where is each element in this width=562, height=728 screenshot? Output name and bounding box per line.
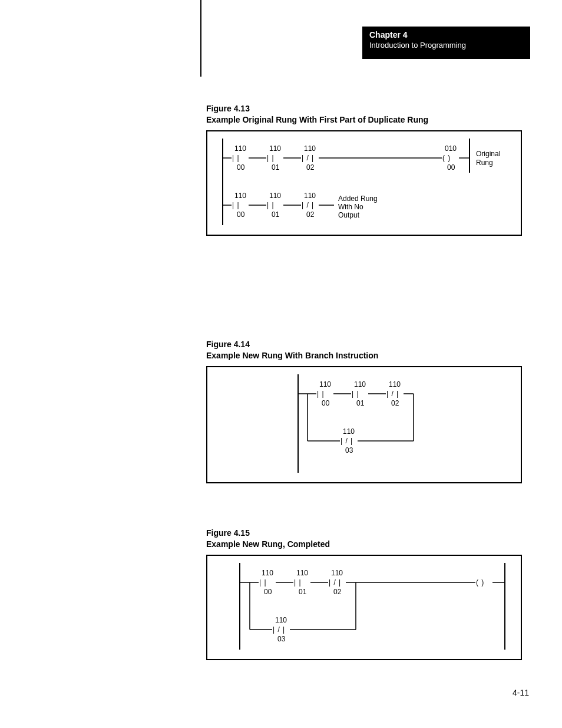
figure-caption: Example New Rung, Completed	[206, 539, 330, 549]
svg-text:|   |: | |	[317, 390, 325, 398]
svg-text:02: 02	[306, 210, 315, 219]
svg-text:| / |: | / |	[386, 390, 399, 398]
svg-text:110: 110	[304, 192, 316, 200]
svg-text:| / |: | / |	[340, 437, 353, 445]
page-number: 4-11	[513, 688, 529, 697]
svg-text:| / |: | / |	[273, 625, 285, 634]
svg-text:110: 110	[331, 569, 343, 577]
figure-box: | | 110 00 | | 110 01 | / | 110 02 ( ) 0…	[206, 130, 522, 236]
svg-text:110: 110	[389, 380, 401, 388]
svg-text:00: 00	[264, 588, 272, 596]
svg-text:01: 01	[272, 210, 280, 219]
figure-caption: Example Original Rung With First Part of…	[206, 115, 428, 124]
svg-text:Original: Original	[476, 150, 500, 158]
svg-text:| / |: | / |	[302, 154, 314, 162]
svg-text:110: 110	[262, 569, 273, 577]
chapter-label: Chapter 4	[369, 30, 523, 39]
svg-text:Output: Output	[338, 211, 360, 219]
svg-text:| / |: | / |	[302, 201, 314, 209]
svg-text:02: 02	[391, 399, 399, 407]
chapter-title: Introduction to Programming	[369, 41, 523, 50]
svg-text:|   |: | |	[294, 578, 302, 587]
svg-text:02: 02	[306, 163, 315, 172]
svg-text:110: 110	[234, 144, 246, 153]
svg-text:00: 00	[237, 163, 245, 172]
svg-text:110: 110	[234, 192, 246, 200]
svg-text:110: 110	[319, 380, 331, 388]
svg-text:01: 01	[356, 399, 365, 407]
figure-number: Figure 4.14	[206, 340, 250, 349]
svg-text:110: 110	[269, 144, 281, 153]
gutter-rule	[200, 0, 201, 77]
svg-text:03: 03	[277, 635, 286, 643]
ladder-diagram: | | 110 00 | | 110 01 | / | 110 02 ( ) 0…	[207, 131, 521, 232]
svg-text:00: 00	[322, 399, 330, 407]
svg-text:00: 00	[447, 163, 455, 172]
ladder-diagram: | | 110 00 | | 110 01 | / | 110 02 ( ) |…	[207, 556, 521, 657]
figure-number: Figure 4.13	[206, 104, 250, 113]
chapter-header: Chapter 4 Introduction to Programming	[362, 27, 530, 59]
figure-box: | | 110 00 | | 110 01 | / | 110 02 ( ) |…	[206, 555, 522, 660]
figure-4-13: Figure 4.13 Example Original Rung With F…	[206, 103, 522, 236]
svg-text:|   |: | |	[352, 390, 359, 398]
svg-text:|   |: | |	[267, 201, 275, 209]
svg-text:With No: With No	[338, 203, 363, 211]
svg-text:110: 110	[354, 380, 366, 388]
svg-text:Added Rung: Added Rung	[338, 195, 378, 203]
svg-text:110: 110	[296, 569, 308, 577]
figure-4-14: Figure 4.14 Example New Rung With Branch…	[206, 339, 522, 483]
svg-text:| / |: | / |	[329, 578, 341, 587]
figure-caption: Example New Rung With Branch Instruction	[206, 351, 378, 360]
svg-text:110: 110	[275, 616, 287, 624]
svg-text:02: 02	[333, 588, 342, 596]
svg-text:01: 01	[299, 588, 307, 596]
svg-text:110: 110	[269, 192, 281, 200]
svg-text:Rung: Rung	[476, 159, 493, 167]
svg-text:|   |: | |	[232, 154, 240, 162]
svg-text:110: 110	[343, 427, 355, 436]
figure-4-15: Figure 4.15 Example New Rung, Completed …	[206, 528, 522, 660]
svg-text:|   |: | |	[232, 201, 240, 209]
svg-text:|   |: | |	[267, 154, 275, 162]
svg-text:01: 01	[272, 163, 280, 172]
ladder-diagram: | | 110 00 | | 110 01 | / | 110 02 | / |…	[207, 367, 521, 480]
svg-text:(   ): ( )	[476, 578, 484, 587]
svg-text:00: 00	[237, 210, 245, 219]
svg-text:03: 03	[345, 446, 353, 454]
svg-text:|   |: | |	[259, 578, 267, 587]
svg-text:(   ): ( )	[442, 154, 451, 162]
svg-text:110: 110	[304, 144, 316, 153]
figure-number: Figure 4.15	[206, 528, 250, 538]
figure-box: | | 110 00 | | 110 01 | / | 110 02 | / |…	[206, 366, 522, 483]
svg-text:010: 010	[445, 144, 457, 153]
